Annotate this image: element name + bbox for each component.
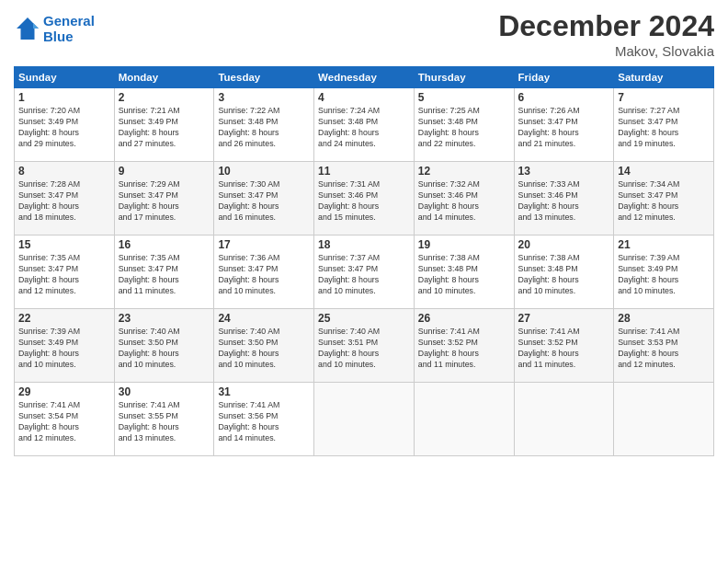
calendar-cell: 31Sunrise: 7:41 AM Sunset: 3:56 PM Dayli… — [214, 383, 314, 456]
day-info: Sunrise: 7:24 AM Sunset: 3:48 PM Dayligh… — [318, 106, 410, 150]
day-number: 3 — [218, 91, 310, 104]
calendar-cell: 22Sunrise: 7:39 AM Sunset: 3:49 PM Dayli… — [15, 309, 115, 383]
day-info: Sunrise: 7:37 AM Sunset: 3:47 PM Dayligh… — [318, 253, 410, 297]
calendar-week-row: 8Sunrise: 7:28 AM Sunset: 3:47 PM Daylig… — [15, 162, 714, 236]
day-info: Sunrise: 7:29 AM Sunset: 3:47 PM Dayligh… — [119, 179, 210, 224]
calendar-cell: 2Sunrise: 7:21 AM Sunset: 3:49 PM Daylig… — [114, 88, 214, 162]
logo: General Blue — [14, 13, 95, 44]
day-number: 23 — [119, 312, 210, 325]
day-number: 12 — [418, 165, 510, 178]
calendar-cell: 9Sunrise: 7:29 AM Sunset: 3:47 PM Daylig… — [114, 162, 214, 236]
day-info: Sunrise: 7:25 AM Sunset: 3:48 PM Dayligh… — [418, 106, 510, 150]
calendar-cell: 8Sunrise: 7:28 AM Sunset: 3:47 PM Daylig… — [15, 162, 115, 236]
calendar-cell — [614, 383, 714, 456]
calendar-cell — [314, 383, 415, 456]
day-number: 28 — [618, 312, 710, 325]
day-number: 15 — [18, 238, 110, 251]
calendar-cell: 18Sunrise: 7:37 AM Sunset: 3:47 PM Dayli… — [314, 236, 415, 309]
day-info: Sunrise: 7:34 AM Sunset: 3:47 PM Dayligh… — [618, 179, 710, 224]
calendar-cell: 5Sunrise: 7:25 AM Sunset: 3:48 PM Daylig… — [414, 88, 514, 162]
title-block: December 2024 Makov, Slovakia — [498, 9, 714, 59]
calendar-cell: 26Sunrise: 7:41 AM Sunset: 3:52 PM Dayli… — [414, 309, 514, 383]
day-number: 29 — [18, 385, 110, 398]
calendar-body: 1Sunrise: 7:20 AM Sunset: 3:49 PM Daylig… — [15, 88, 714, 456]
day-info: Sunrise: 7:28 AM Sunset: 3:47 PM Dayligh… — [18, 179, 110, 224]
day-info: Sunrise: 7:35 AM Sunset: 3:47 PM Dayligh… — [18, 253, 110, 297]
weekday-header-monday: Monday — [114, 67, 214, 88]
day-info: Sunrise: 7:39 AM Sunset: 3:49 PM Dayligh… — [618, 253, 710, 297]
calendar-cell: 14Sunrise: 7:34 AM Sunset: 3:47 PM Dayli… — [614, 162, 714, 236]
day-number: 21 — [618, 238, 710, 251]
weekday-header-wednesday: Wednesday — [314, 67, 415, 88]
day-number: 5 — [418, 91, 510, 104]
calendar-cell: 6Sunrise: 7:26 AM Sunset: 3:47 PM Daylig… — [514, 88, 614, 162]
calendar-header-row: SundayMondayTuesdayWednesdayThursdayFrid… — [15, 67, 714, 88]
day-number: 30 — [119, 385, 210, 398]
page-header: General Blue December 2024 Makov, Slovak… — [14, 9, 714, 59]
day-info: Sunrise: 7:32 AM Sunset: 3:46 PM Dayligh… — [418, 179, 510, 224]
day-info: Sunrise: 7:41 AM Sunset: 3:56 PM Dayligh… — [218, 400, 310, 444]
day-info: Sunrise: 7:20 AM Sunset: 3:49 PM Dayligh… — [18, 106, 110, 150]
day-number: 11 — [318, 165, 410, 178]
day-number: 25 — [318, 312, 410, 325]
day-number: 17 — [218, 238, 310, 251]
calendar-cell: 15Sunrise: 7:35 AM Sunset: 3:47 PM Dayli… — [15, 236, 115, 309]
calendar-cell: 17Sunrise: 7:36 AM Sunset: 3:47 PM Dayli… — [214, 236, 314, 309]
day-number: 31 — [218, 385, 310, 398]
weekday-header-tuesday: Tuesday — [214, 67, 314, 88]
page-container: General Blue December 2024 Makov, Slovak… — [0, 0, 728, 465]
weekday-header-thursday: Thursday — [414, 67, 514, 88]
logo-text: General Blue — [43, 13, 95, 44]
day-info: Sunrise: 7:21 AM Sunset: 3:49 PM Dayligh… — [119, 106, 210, 150]
calendar-cell: 13Sunrise: 7:33 AM Sunset: 3:46 PM Dayli… — [514, 162, 614, 236]
calendar-cell: 28Sunrise: 7:41 AM Sunset: 3:53 PM Dayli… — [614, 309, 714, 383]
calendar-cell: 27Sunrise: 7:41 AM Sunset: 3:52 PM Dayli… — [514, 309, 614, 383]
day-info: Sunrise: 7:41 AM Sunset: 3:53 PM Dayligh… — [618, 327, 710, 371]
day-number: 20 — [518, 238, 610, 251]
day-number: 18 — [318, 238, 410, 251]
calendar-week-row: 29Sunrise: 7:41 AM Sunset: 3:54 PM Dayli… — [15, 383, 714, 456]
calendar-cell: 20Sunrise: 7:38 AM Sunset: 3:48 PM Dayli… — [514, 236, 614, 309]
day-info: Sunrise: 7:36 AM Sunset: 3:47 PM Dayligh… — [218, 253, 310, 297]
calendar-cell: 24Sunrise: 7:40 AM Sunset: 3:50 PM Dayli… — [214, 309, 314, 383]
calendar-cell: 12Sunrise: 7:32 AM Sunset: 3:46 PM Dayli… — [414, 162, 514, 236]
weekday-header-sunday: Sunday — [15, 67, 115, 88]
day-info: Sunrise: 7:27 AM Sunset: 3:47 PM Dayligh… — [618, 106, 710, 150]
logo-icon — [14, 15, 41, 42]
weekday-header-saturday: Saturday — [614, 67, 714, 88]
calendar-cell: 23Sunrise: 7:40 AM Sunset: 3:50 PM Dayli… — [114, 309, 214, 383]
calendar-cell — [414, 383, 514, 456]
day-info: Sunrise: 7:38 AM Sunset: 3:48 PM Dayligh… — [418, 253, 510, 297]
day-number: 2 — [119, 91, 210, 104]
day-info: Sunrise: 7:39 AM Sunset: 3:49 PM Dayligh… — [18, 327, 110, 371]
day-number: 1 — [18, 91, 110, 104]
calendar-cell: 25Sunrise: 7:40 AM Sunset: 3:51 PM Dayli… — [314, 309, 415, 383]
calendar-week-row: 22Sunrise: 7:39 AM Sunset: 3:49 PM Dayli… — [15, 309, 714, 383]
day-number: 27 — [518, 312, 610, 325]
calendar-cell: 16Sunrise: 7:35 AM Sunset: 3:47 PM Dayli… — [114, 236, 214, 309]
calendar-cell: 10Sunrise: 7:30 AM Sunset: 3:47 PM Dayli… — [214, 162, 314, 236]
calendar-cell: 4Sunrise: 7:24 AM Sunset: 3:48 PM Daylig… — [314, 88, 415, 162]
calendar-cell: 3Sunrise: 7:22 AM Sunset: 3:48 PM Daylig… — [214, 88, 314, 162]
day-info: Sunrise: 7:40 AM Sunset: 3:51 PM Dayligh… — [318, 327, 410, 371]
day-number: 24 — [218, 312, 310, 325]
calendar-table: SundayMondayTuesdayWednesdayThursdayFrid… — [14, 66, 714, 456]
calendar-cell: 30Sunrise: 7:41 AM Sunset: 3:55 PM Dayli… — [114, 383, 214, 456]
calendar-cell: 7Sunrise: 7:27 AM Sunset: 3:47 PM Daylig… — [614, 88, 714, 162]
day-info: Sunrise: 7:41 AM Sunset: 3:55 PM Dayligh… — [119, 400, 210, 444]
calendar-week-row: 15Sunrise: 7:35 AM Sunset: 3:47 PM Dayli… — [15, 236, 714, 309]
day-number: 10 — [218, 165, 310, 178]
day-info: Sunrise: 7:35 AM Sunset: 3:47 PM Dayligh… — [119, 253, 210, 297]
day-number: 6 — [518, 91, 610, 104]
day-number: 4 — [318, 91, 410, 104]
calendar-cell: 29Sunrise: 7:41 AM Sunset: 3:54 PM Dayli… — [15, 383, 115, 456]
day-number: 19 — [418, 238, 510, 251]
day-info: Sunrise: 7:26 AM Sunset: 3:47 PM Dayligh… — [518, 106, 610, 150]
day-info: Sunrise: 7:38 AM Sunset: 3:48 PM Dayligh… — [518, 253, 610, 297]
day-number: 22 — [18, 312, 110, 325]
day-info: Sunrise: 7:40 AM Sunset: 3:50 PM Dayligh… — [119, 327, 210, 371]
day-info: Sunrise: 7:31 AM Sunset: 3:46 PM Dayligh… — [318, 179, 410, 224]
calendar-cell: 1Sunrise: 7:20 AM Sunset: 3:49 PM Daylig… — [15, 88, 115, 162]
calendar-week-row: 1Sunrise: 7:20 AM Sunset: 3:49 PM Daylig… — [15, 88, 714, 162]
day-info: Sunrise: 7:40 AM Sunset: 3:50 PM Dayligh… — [218, 327, 310, 371]
